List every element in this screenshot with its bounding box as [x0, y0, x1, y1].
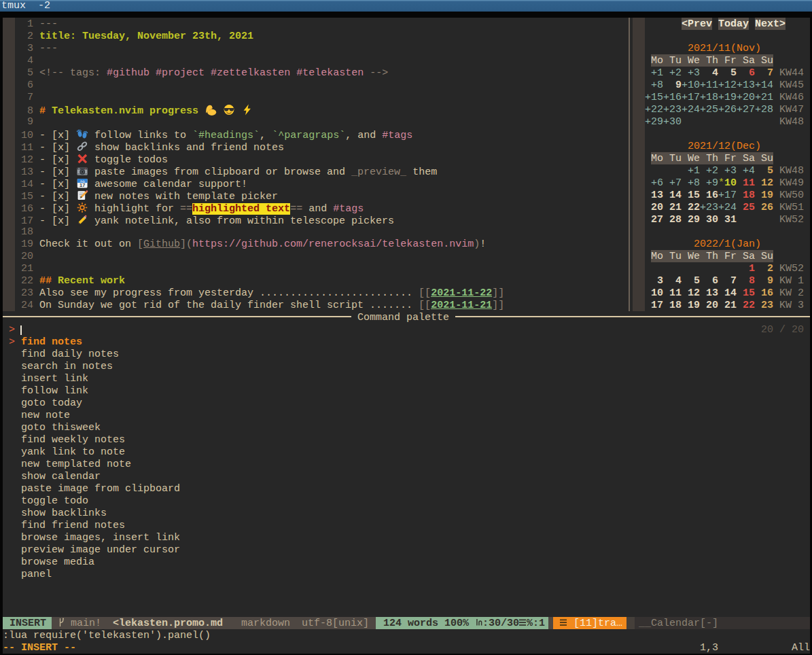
svg-text:17: 17: [80, 182, 85, 188]
